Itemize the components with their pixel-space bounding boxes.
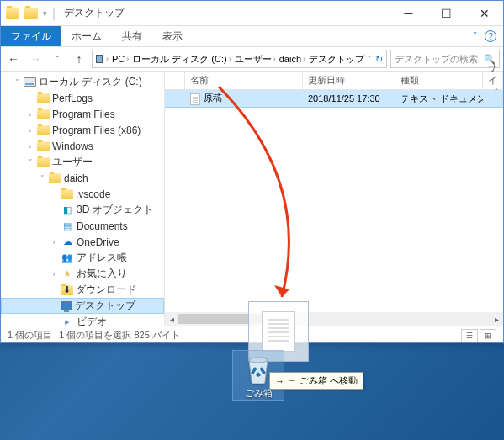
minimize-button[interactable]: ─ bbox=[390, 1, 427, 25]
crumb-desktop[interactable]: デスクトップ bbox=[309, 53, 364, 66]
drag-tooltip: → → ごみ箱 へ移動 bbox=[269, 372, 363, 390]
folder-icon bbox=[6, 8, 19, 19]
file-area: 名前 更新日時 種類 サイズ 原稿2018/11/25 17:30テキスト ドキ… bbox=[165, 72, 503, 326]
tree-item[interactable]: デスクトップ bbox=[1, 298, 164, 314]
titlebar[interactable]: ▾ | デスクトップ ─ ☐ ✕ bbox=[1, 1, 503, 26]
recycle-bin-label: ごみ箱 bbox=[234, 387, 283, 400]
file-row[interactable]: 原稿2018/11/25 17:30テキスト ドキュメント bbox=[165, 90, 503, 107]
expand-icon[interactable]: › bbox=[50, 238, 58, 247]
expand-icon[interactable]: › bbox=[50, 270, 58, 278]
tree-item[interactable]: ›Program Files (x86) bbox=[1, 122, 164, 138]
tree-item-label: ダウンロード bbox=[76, 283, 136, 297]
svg-point-0 bbox=[249, 358, 268, 363]
file-list[interactable]: 原稿2018/11/25 17:30テキスト ドキュメント bbox=[165, 90, 503, 312]
address-row: ← → ˅ ↑ › PC› ローカル ディスク (C:)› ユーザー› daic… bbox=[1, 46, 503, 72]
pc-icon bbox=[96, 55, 103, 63]
expand-icon[interactable]: ˅ bbox=[26, 158, 34, 167]
folder-icon bbox=[37, 157, 50, 167]
up-button[interactable]: ↑ bbox=[70, 50, 88, 68]
crumb-drive[interactable]: ローカル ディスク (C:)› bbox=[132, 53, 231, 66]
expand-icon[interactable]: › bbox=[26, 110, 34, 119]
tab-view[interactable]: 表示 bbox=[152, 26, 193, 46]
crumb-daich[interactable]: daich› bbox=[279, 54, 305, 64]
desktop-icon bbox=[61, 301, 72, 310]
tree-item[interactable]: ›☁OneDrive bbox=[1, 234, 164, 250]
folder-tree[interactable]: ˅ローカル ディスク (C:)PerfLogs›Program Files›Pr… bbox=[1, 72, 165, 326]
move-arrow-icon: → bbox=[275, 376, 284, 386]
tree-item[interactable]: ›★お気に入り bbox=[1, 266, 164, 282]
folder-icon bbox=[61, 189, 73, 199]
file-name: 原稿 bbox=[185, 92, 303, 104]
help-icon[interactable]: ? bbox=[485, 30, 496, 42]
crumb-users[interactable]: ユーザー› bbox=[235, 53, 276, 66]
tree-item[interactable]: PerfLogs bbox=[1, 90, 164, 106]
tree-item-label: 3D オブジェクト bbox=[77, 203, 153, 217]
col-date[interactable]: 更新日時 bbox=[303, 72, 395, 89]
tree-item-label: デスクトップ bbox=[75, 299, 135, 313]
separator: | bbox=[52, 6, 56, 21]
tree-item-label: Program Files bbox=[52, 109, 115, 120]
maximize-button[interactable]: ☐ bbox=[427, 1, 465, 25]
drive-icon bbox=[24, 77, 36, 87]
tooltip-text: → ごみ箱 へ移動 bbox=[288, 374, 358, 387]
onedrive-icon: ☁ bbox=[61, 236, 74, 249]
refresh-icon[interactable]: ↻ bbox=[375, 54, 383, 65]
tab-share[interactable]: 共有 bbox=[112, 26, 152, 46]
tree-item[interactable]: ˅daich bbox=[1, 170, 164, 186]
qat-folder-icon[interactable] bbox=[24, 8, 38, 19]
tree-item-label: Documents bbox=[77, 220, 128, 232]
expand-icon[interactable]: › bbox=[26, 142, 34, 151]
scroll-right-icon[interactable]: ▸ bbox=[490, 312, 503, 326]
tree-item-label: アドレス帳 bbox=[77, 251, 127, 265]
col-name[interactable]: 名前 bbox=[185, 72, 303, 89]
video-icon: ▸ bbox=[61, 315, 74, 326]
scroll-left-icon[interactable]: ◂ bbox=[165, 312, 178, 326]
status-selection: 1 個の項目を選択 825 バイト bbox=[59, 329, 180, 342]
forward-button[interactable]: → bbox=[26, 50, 45, 68]
tab-home[interactable]: ホーム bbox=[61, 26, 112, 46]
qat-dropdown-icon[interactable]: ▾ bbox=[43, 9, 47, 18]
horizontal-scrollbar[interactable]: ◂ ▸ bbox=[165, 312, 503, 326]
close-button[interactable]: ✕ bbox=[465, 1, 503, 25]
tree-item[interactable]: ›Program Files bbox=[1, 106, 164, 122]
tree-item[interactable]: ˅ローカル ディスク (C:) bbox=[1, 74, 164, 90]
tree-item[interactable]: ›Windows bbox=[1, 138, 164, 154]
view-details-button[interactable]: ☰ bbox=[461, 329, 478, 342]
tree-item[interactable]: 👥アドレス帳 bbox=[1, 250, 164, 266]
tab-file[interactable]: ファイル bbox=[1, 26, 61, 46]
address-bar[interactable]: › PC› ローカル ディスク (C:)› ユーザー› daich› デスクトッ… bbox=[92, 50, 387, 68]
file-date: 2018/11/25 17:30 bbox=[303, 93, 395, 103]
col-type[interactable]: 種類 bbox=[395, 72, 483, 89]
search-input[interactable]: デスクトップの検索 🔍 bbox=[390, 50, 500, 68]
address-dropdown-icon[interactable]: ˅ bbox=[368, 55, 372, 63]
search-placeholder: デスクトップの検索 bbox=[395, 53, 478, 66]
tree-item-label: .vscode bbox=[76, 188, 110, 200]
tree-item[interactable]: ◧3D オブジェクト bbox=[1, 202, 164, 218]
folder-icon: ⬇ bbox=[61, 285, 73, 295]
tree-item[interactable]: .vscode bbox=[1, 186, 164, 202]
tree-item[interactable]: ▸ビデオ bbox=[1, 314, 164, 326]
view-icons-button[interactable]: ⊞ bbox=[480, 329, 496, 342]
folder-icon bbox=[37, 125, 50, 135]
tree-item-label: ローカル ディスク (C:) bbox=[39, 75, 142, 89]
expand-icon[interactable]: ˅ bbox=[38, 174, 46, 183]
back-button[interactable]: ← bbox=[4, 50, 23, 68]
tree-item[interactable]: ⬇ダウンロード bbox=[1, 282, 164, 298]
crumb-sep[interactable]: › bbox=[106, 55, 109, 63]
tree-item[interactable]: ▤Documents bbox=[1, 218, 164, 234]
explorer-window: ▾ | デスクトップ ─ ☐ ✕ ファイル ホーム 共有 表示 ˅ ? ← → … bbox=[0, 0, 504, 343]
expand-icon[interactable]: › bbox=[26, 126, 34, 135]
recent-dropdown[interactable]: ˅ bbox=[48, 50, 66, 68]
window-title: デスクトップ bbox=[61, 6, 390, 20]
col-size[interactable]: サイズ bbox=[483, 72, 503, 89]
expand-icon[interactable]: ˅ bbox=[13, 78, 21, 87]
ribbon-tabs: ファイル ホーム 共有 表示 ˅ ? bbox=[1, 26, 503, 46]
document-icon bbox=[190, 93, 200, 105]
star-icon: ★ bbox=[61, 268, 74, 281]
ribbon-expand-icon[interactable]: ˅ bbox=[473, 31, 478, 42]
doc-icon: ▤ bbox=[61, 220, 74, 233]
column-headers[interactable]: 名前 更新日時 種類 サイズ bbox=[165, 72, 503, 90]
tree-item-label: Windows bbox=[52, 140, 93, 152]
tree-item[interactable]: ˅ユーザー bbox=[1, 154, 164, 170]
crumb-pc[interactable]: PC› bbox=[112, 54, 129, 64]
